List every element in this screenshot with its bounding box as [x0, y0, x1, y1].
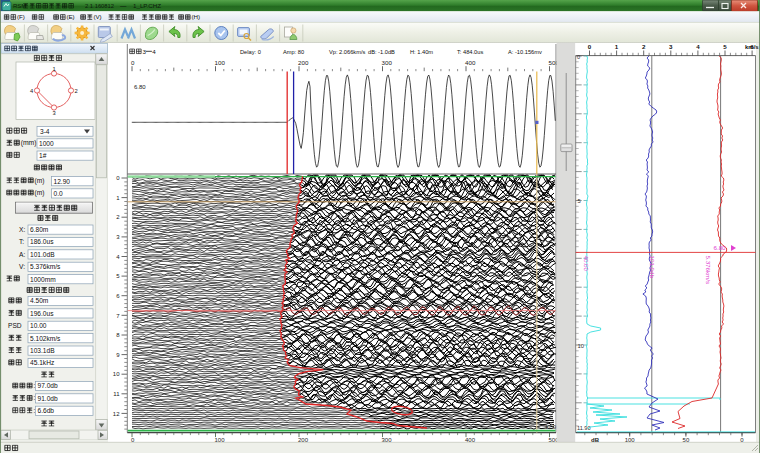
svg-text:101.0dB: 101.0dB [30, 251, 55, 258]
svg-text:5.376km/s: 5.376km/s [30, 263, 61, 270]
svg-text:6.6db: 6.6db [38, 407, 55, 414]
svg-text:101.0db: 101.0db [649, 256, 656, 279]
svg-text:4: 4 [152, 48, 156, 55]
svg-text:km/s: km/s [745, 44, 759, 50]
svg-text:A:: A: [19, 251, 25, 258]
svg-text:0: 0 [588, 43, 592, 50]
svg-text:(E): (E) [66, 13, 74, 20]
svg-text:10: 10 [578, 343, 584, 349]
svg-text:V:: V: [19, 263, 25, 270]
svg-text:0.0: 0.0 [54, 190, 63, 197]
svg-text:1#: 1# [39, 152, 47, 159]
svg-text::: : [33, 407, 35, 414]
svg-text:5.102km/s: 5.102km/s [30, 335, 61, 342]
svg-text::: : [33, 394, 35, 401]
svg-text:97.0db: 97.0db [38, 382, 59, 389]
svg-text:1_LP.CHZ: 1_LP.CHZ [133, 2, 161, 9]
svg-text:0: 0 [577, 54, 580, 60]
svg-text:2: 2 [75, 88, 78, 94]
svg-text:Vp: 2.066km/s: Vp: 2.066km/s [329, 49, 366, 55]
svg-text:10: 10 [113, 371, 120, 377]
svg-text:(m): (m) [35, 189, 45, 197]
svg-text:1: 1 [615, 43, 619, 50]
svg-text:6.80m: 6.80m [30, 226, 49, 233]
svg-text::: : [33, 382, 35, 389]
svg-text:H: 1.40m: H: 1.40m [410, 49, 433, 55]
svg-text:Amp: 80: Amp: 80 [283, 49, 304, 55]
svg-text:6.80: 6.80 [134, 84, 146, 90]
svg-text:(F): (F) [17, 13, 25, 20]
svg-text:1: 1 [53, 66, 56, 72]
svg-text:12.9: 12.9 [545, 424, 556, 430]
svg-text:3-4: 3-4 [40, 128, 50, 135]
svg-text:1000mm: 1000mm [30, 276, 56, 283]
svg-text:45.1kHz: 45.1kHz [30, 359, 54, 366]
svg-text:5: 5 [723, 43, 727, 50]
svg-text:11: 11 [113, 391, 120, 397]
svg-text:400: 400 [465, 59, 476, 66]
svg-text:1000: 1000 [39, 140, 54, 147]
svg-text:PSD: PSD [8, 322, 22, 329]
svg-text:(m): (m) [35, 177, 45, 185]
svg-text:3: 3 [669, 43, 673, 50]
svg-text:—: — [120, 2, 127, 9]
svg-text:196.0us: 196.0us [30, 310, 54, 317]
svg-text:300: 300 [382, 59, 393, 66]
svg-text:Delay: 0: Delay: 0 [240, 49, 261, 55]
svg-text:2: 2 [642, 43, 646, 50]
svg-text:200: 200 [298, 59, 309, 66]
svg-text:4: 4 [696, 43, 700, 50]
svg-text:0: 0 [131, 59, 135, 66]
svg-text:T:: T: [19, 238, 24, 245]
svg-text:5.376km/s: 5.376km/s [705, 256, 712, 285]
svg-text:dB: -1.0dB: dB: -1.0dB [368, 49, 395, 55]
svg-text:(V): (V) [93, 13, 101, 20]
svg-text:10.00: 10.00 [30, 322, 47, 329]
svg-text:12: 12 [113, 411, 120, 417]
svg-text:6.80: 6.80 [714, 244, 727, 251]
svg-text:100: 100 [215, 59, 226, 66]
svg-text:2.1.160812: 2.1.160812 [85, 3, 114, 9]
svg-text:A: -10.156mv: A: -10.156mv [508, 49, 542, 55]
svg-text:3: 3 [53, 110, 56, 116]
svg-text:103.1dB: 103.1dB [30, 347, 55, 354]
svg-text:12.90: 12.90 [54, 178, 71, 185]
svg-text:(H): (H) [191, 13, 200, 20]
svg-text:40.00: 40.00 [583, 256, 590, 272]
svg-text:186.0us: 186.0us [30, 238, 54, 245]
svg-text:(mm): (mm) [21, 139, 37, 147]
svg-text:91.0db: 91.0db [38, 395, 59, 402]
svg-text:T: 484.0us: T: 484.0us [457, 49, 483, 55]
svg-text:X:: X: [19, 226, 25, 233]
svg-text:4.50m: 4.50m [30, 297, 49, 304]
svg-text:5: 5 [578, 198, 581, 204]
